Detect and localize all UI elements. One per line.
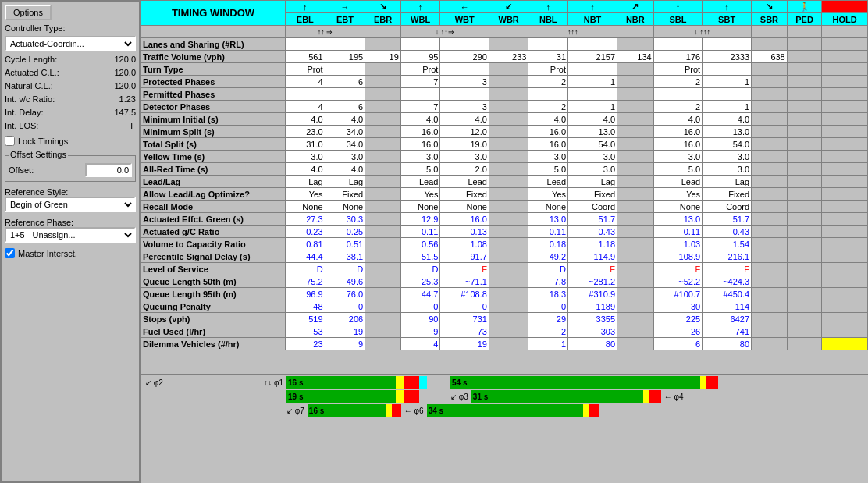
row-label-protected-phases: Protected Phases — [141, 76, 286, 88]
reference-phase-select[interactable]: 1+5 - Unassign... — [5, 227, 136, 243]
ped-sub — [787, 26, 822, 38]
controller-type-select[interactable]: Actuated-Coordin... — [5, 36, 136, 51]
row-label-gc-ratio: Actuated g/C Ratio — [141, 226, 286, 238]
cell: Yes — [528, 188, 568, 201]
cell: 3.0 — [286, 151, 326, 163]
cell: 96.9 — [286, 288, 326, 300]
phase3-bar: 19 s — [286, 390, 443, 403]
phase6-green: 34 s — [427, 404, 583, 417]
row-label-fuel: Fuel Used (l/hr) — [141, 325, 286, 338]
cell — [365, 76, 401, 88]
header-row-3: ↑↑ ⇒ ↓ ↑↑⇒ ↑↑↑ ↓ ↑↑↑ — [141, 26, 868, 38]
nb-sub2 — [617, 26, 654, 38]
cell: Yes — [400, 188, 440, 201]
table-row: Total Split (s) 31.0 34.0 16.0 19.0 16.0… — [141, 138, 868, 151]
cell: 108.9 — [653, 250, 702, 263]
cell — [752, 213, 788, 226]
phase2-yellow — [396, 376, 404, 389]
cell — [617, 88, 654, 101]
cell: 233 — [489, 51, 528, 63]
row-label-lead-lag: Lead/Lag — [141, 176, 286, 188]
cell: 2 — [528, 101, 568, 113]
timing-row-2: 19 s ↙ φ3 31 s ← φ4 — [142, 390, 866, 403]
phase2-green: 16 s — [286, 376, 396, 389]
cell — [787, 126, 822, 138]
timing-row-3: ↙ φ7 16 s ← φ6 34 s — [142, 404, 866, 417]
cell: 19.0 — [440, 138, 489, 151]
cell: ~281.2 — [568, 275, 617, 288]
cell: 1 — [703, 101, 752, 113]
cell: 23.0 — [286, 126, 326, 138]
cell: Yes — [653, 188, 702, 201]
cell: 19 — [325, 325, 365, 338]
phase7-yellow — [386, 404, 392, 417]
timing-row-1-labels: ↙ φ2 ↑↓ φ1 — [142, 378, 286, 387]
cell — [568, 63, 617, 76]
master-intersect-checkbox[interactable] — [5, 248, 15, 258]
cell — [489, 201, 528, 213]
cell: F — [440, 263, 489, 275]
timing-bars-area: ↙ φ2 ↑↓ φ1 16 s 54 s — [141, 374, 868, 483]
cell — [489, 188, 528, 201]
cell: 2 — [653, 76, 702, 88]
sbr-icon: ↘ — [752, 1, 788, 13]
cell — [822, 138, 868, 151]
cell — [787, 300, 822, 313]
cell: ~52.2 — [653, 275, 702, 288]
cell — [528, 38, 568, 51]
cell: 0.11 — [528, 226, 568, 238]
cell: None — [528, 201, 568, 213]
cell: 80 — [568, 338, 617, 350]
cell: 73 — [440, 325, 489, 338]
offset-input[interactable] — [85, 163, 132, 177]
cell — [617, 338, 654, 350]
actuated-cl-row: Actuated C.L.: 120.0 — [5, 68, 136, 77]
cycle-length-label: Cycle Length: — [5, 55, 57, 64]
controller-type-row: Controller Type: — [5, 23, 136, 33]
natural-cl-value: 120.0 — [114, 81, 136, 91]
cell: 49.2 — [528, 250, 568, 263]
cell: 2 — [528, 325, 568, 338]
ped-icon: 🚶 — [787, 1, 822, 13]
cell: 1.18 — [568, 238, 617, 250]
wb-sub: ↓ ↑↑⇒ — [400, 26, 489, 38]
cell: ~71.1 — [440, 275, 489, 288]
cell — [617, 163, 654, 176]
cell — [822, 300, 868, 313]
lock-timings-checkbox[interactable] — [5, 136, 15, 146]
cell — [752, 138, 788, 151]
cell: Lead — [440, 176, 489, 188]
cell: 0.43 — [568, 226, 617, 238]
cell: 0.81 — [286, 238, 326, 250]
phase2-red — [404, 376, 419, 389]
cell — [325, 63, 365, 76]
table-row: Turn Type Prot Prot Prot Prot — [141, 63, 868, 76]
cell: Coord — [703, 201, 752, 213]
cell — [787, 263, 822, 275]
cell — [440, 38, 489, 51]
cell — [787, 213, 822, 226]
cell: 2 — [528, 76, 568, 88]
cell: F — [703, 263, 752, 275]
cell: 95 — [400, 51, 440, 63]
offset-row: Offset: — [9, 163, 132, 177]
cell — [822, 213, 868, 226]
cell — [752, 263, 788, 275]
cell: 0 — [400, 300, 440, 313]
reference-style-select[interactable]: Begin of Green — [5, 197, 136, 212]
cell: 0 — [440, 300, 489, 313]
options-button[interactable]: Options — [5, 5, 52, 20]
cell: 1.03 — [653, 238, 702, 250]
cell: 114 — [703, 300, 752, 313]
int-los-label: Int. LOS: — [5, 121, 38, 130]
cell — [617, 138, 654, 151]
row-label-detector-phases: Detector Phases — [141, 101, 286, 113]
cell: D — [286, 263, 326, 275]
cell: 741 — [703, 325, 752, 338]
table-row: Recall Mode None None None None None Coo… — [141, 201, 868, 213]
cell: 44.4 — [286, 250, 326, 263]
cell — [617, 325, 654, 338]
cell — [752, 176, 788, 188]
cell: None — [286, 201, 326, 213]
cell: 48 — [286, 300, 326, 313]
